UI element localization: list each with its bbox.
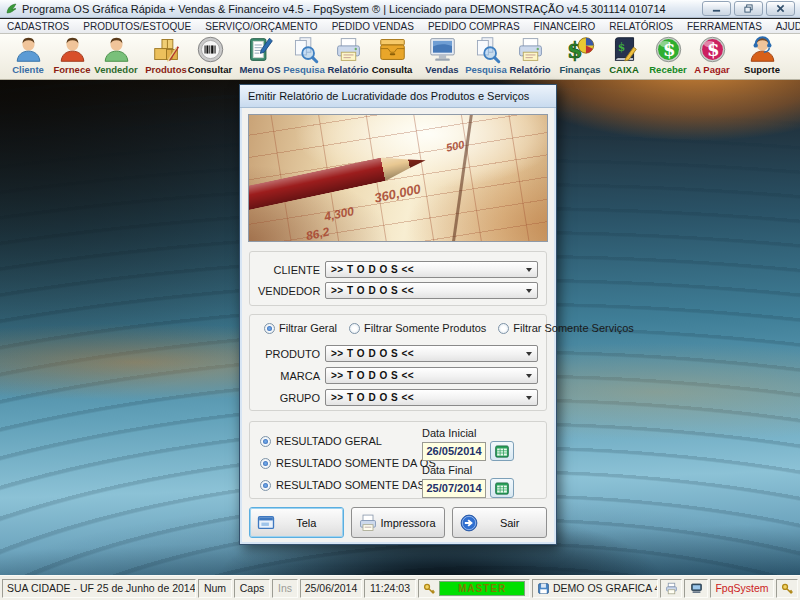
menu-item-pedido-compras[interactable]: PEDIDO COMPRAS [421,21,527,32]
toolbar-button-consultar[interactable]: Consultar [188,34,232,79]
support-person-icon [748,35,777,64]
radio-resultado-somente-os-label[interactable]: RESULTADO SOMENTE DA OS [276,457,436,469]
key-icon [423,582,436,595]
menu-item-produtos-estoque[interactable]: PRODUTOS/ESTOQUE [76,21,198,32]
dialog-title: Emitir Relatório de Lucratividade dos Pr… [248,90,529,102]
toolbar-label: A Pagar [694,64,730,75]
grupo-combobox-value: >> T O D O S << [331,392,414,403]
workstation-icon [690,582,703,595]
chevron-down-icon[interactable] [521,283,537,298]
toolbar-button-menu-os[interactable]: Menu OS [238,34,282,79]
screen-window-icon [256,513,276,533]
impressora-button-label: Impressora [378,517,439,529]
chevron-down-icon[interactable] [521,390,537,405]
grupo-label: GRUPO [258,392,320,404]
toolbar-button-financas[interactable]: $ Finanças [558,34,602,79]
statusbar-brand: FpqSystem [710,579,774,598]
printer-icon [665,582,678,595]
radio-resultado-somente-os[interactable] [260,458,271,469]
radio-resultado-somente-vendas[interactable] [260,480,271,491]
location-date-text: SUA CIDADE - UF 25 de Junho de 2014 - Qu… [7,582,196,594]
toolbar-button-relatorio-os[interactable]: Relatório [326,34,370,79]
toolbar-button-vendedor[interactable]: Vendedor [94,34,138,79]
data-inicial-calendar-button[interactable] [490,441,514,461]
close-button[interactable] [766,1,795,16]
restore-button[interactable] [734,1,763,16]
client-person-icon [14,35,43,64]
toolbar-button-receber[interactable]: $ Receber [646,34,690,79]
radio-filtrar-somente-servicos[interactable] [498,323,509,334]
svg-text:$: $ [707,39,720,60]
menu-item-ajuda[interactable]: AJUDA [769,21,800,32]
menu-item-ferramentas[interactable]: FERRAMENTAS [680,21,769,32]
dialog-titlebar[interactable]: Emitir Relatório de Lucratividade dos Pr… [240,85,556,108]
toolbar-button-caixa[interactable]: $ CAIXA [602,34,646,79]
grupo-combobox[interactable]: >> T O D O S << [325,389,538,406]
toolbar-button-consulta-os[interactable]: Consulta [370,34,414,79]
barcode-icon [196,35,225,64]
toolbar-button-cliente[interactable]: Cliente [6,34,50,79]
menu-item-cadastros[interactable]: CADASTROS [0,21,76,32]
toolbar-button-a-pagar[interactable]: $ A Pagar [690,34,734,79]
radio-filtrar-somente-produtos[interactable] [349,323,360,334]
produto-combobox[interactable]: >> T O D O S << [325,345,538,362]
vendedor-combobox[interactable]: >> T O D O S << [325,282,538,299]
toolbar-button-suporte[interactable]: Suporte [740,34,784,79]
marca-combobox[interactable]: >> T O D O S << [325,367,538,384]
menu-item-pedido-vendas[interactable]: PEDIDO VENDAS [325,21,421,32]
statusbar-workstation [684,579,708,598]
pencil-ledger-photo: 500 360,000 4,300 86,2 [248,114,548,242]
radio-resultado-geral[interactable] [260,436,271,447]
toolbar-button-pesquisa-vendas[interactable]: Pesquisa [464,34,508,79]
work-order-clipboard-icon [246,35,275,64]
toolbar-label: Pesquisa [283,64,325,75]
printer-icon [358,513,378,533]
report-printer-icon [334,35,363,64]
toolbar-label: Relatório [509,64,550,75]
menu-item-financeiro[interactable]: FINANCEIRO [527,21,603,32]
produto-combobox-value: >> T O D O S << [331,348,414,359]
statusbar: SUA CIDADE - UF 25 de Junho de 2014 - Qu… [0,575,800,600]
chevron-down-icon[interactable] [521,368,537,383]
toolbar-label: Consultar [188,64,232,75]
radio-filtrar-somente-servicos-label[interactable]: Filtrar Somente Serviços [513,322,633,334]
toolbar-button-vendas[interactable]: Vendas [420,34,464,79]
toolbar-label: Vendas [425,64,458,75]
seller-person-icon [102,35,131,64]
radio-filtrar-geral[interactable] [264,323,275,334]
statusbar-date: 25/06/2014 [300,579,362,598]
data-final-field[interactable] [422,479,486,498]
minimize-button[interactable] [702,1,731,16]
data-inicial-label: Data Inicial [422,427,514,439]
radio-filtrar-somente-produtos-label[interactable]: Filtrar Somente Produtos [364,322,486,334]
result-dates-groupbox: RESULTADO GERAL RESULTADO SOMENTE DA OS … [249,421,547,499]
toolbar-label: Finanças [559,64,600,75]
toolbar-button-produtos[interactable]: Produtos [144,34,188,79]
menu-item-relatorios[interactable]: RELATÓRIOS [602,21,680,32]
tela-button[interactable]: Tela [249,507,344,538]
data-inicial-field[interactable] [422,442,486,461]
toolbar-label: Receber [649,64,687,75]
chevron-down-icon[interactable] [521,262,537,277]
menu-item-servico-orcamento[interactable]: SERVIÇO/ORÇAMENTO [198,21,324,32]
cliente-combobox[interactable]: >> T O D O S << [325,261,538,278]
receive-dollar-icon: $ [654,35,683,64]
database-name: DEMO OS GRAFICA 4.5 [553,582,658,594]
impressora-button[interactable]: Impressora [351,507,446,538]
key-icon [781,582,794,595]
cliente-label: CLIENTE [258,264,320,276]
radio-filtrar-geral-label[interactable]: Filtrar Geral [279,322,337,334]
sair-button[interactable]: Sair [452,507,547,538]
data-final-calendar-button[interactable] [490,478,514,498]
toolbar-button-pesquisa-os[interactable]: Pesquisa [282,34,326,79]
statusbar-printer [660,579,682,598]
toolbar-button-fornecedor[interactable]: Fornece [50,34,94,79]
finance-pie-icon: $ [566,35,595,64]
chevron-down-icon[interactable] [521,346,537,361]
toolbar-button-moedas[interactable]: $ [790,34,800,79]
window-titlebar[interactable]: Programa OS Gráfica Rápida + Vendas & Fi… [0,0,800,18]
radio-resultado-geral-label[interactable]: RESULTADO GERAL [276,435,382,447]
toolbar-button-relatorio-vendas[interactable]: Relatório [508,34,552,79]
vendedor-label: VENDEDOR [258,285,320,297]
product-boxes-icon [152,35,181,64]
